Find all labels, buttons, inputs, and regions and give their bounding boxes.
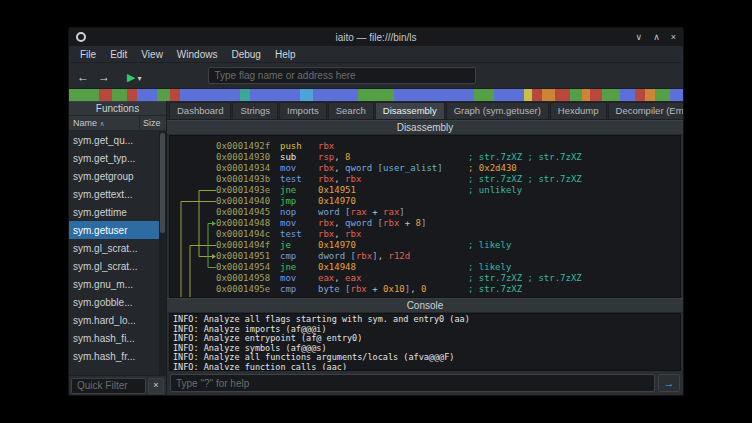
function-row[interactable]: sym.getuser <box>69 221 166 239</box>
disassembly-line[interactable]: 0x00014958moveax, eax; str.7zXZ ; str.7z… <box>216 273 680 284</box>
function-row[interactable]: sym.gobble... <box>69 293 166 311</box>
memory-segment[interactable] <box>524 89 532 101</box>
memory-segment[interactable] <box>358 89 393 101</box>
function-row[interactable]: sym.hash_fr... <box>69 347 166 365</box>
memory-segment[interactable] <box>582 89 590 101</box>
memory-segment[interactable] <box>542 89 555 101</box>
forward-button[interactable]: → <box>98 67 110 85</box>
functions-scrollbar[interactable] <box>159 131 166 375</box>
function-row[interactable]: sym.hash_fi... <box>69 329 166 347</box>
disassembly-view[interactable]: 0x0001492fpushrbx0x00014930subrsp, 8; st… <box>169 135 681 298</box>
column-header-size[interactable]: Size <box>140 116 166 130</box>
quick-filter-clear-button[interactable]: × <box>148 378 164 394</box>
tab-graph[interactable]: Graph (sym.getuser) <box>446 102 549 119</box>
memory-segment[interactable] <box>300 89 313 101</box>
tab-hexdump[interactable]: Hexdump <box>550 102 607 119</box>
address-input[interactable] <box>208 67 476 84</box>
tab-imports[interactable]: Imports <box>279 102 327 119</box>
memory-segment[interactable] <box>137 89 157 101</box>
close-icon: × <box>153 380 158 390</box>
function-row[interactable]: sym.gl_scrat... <box>69 257 166 275</box>
function-row[interactable]: sym.gnu_m... <box>69 275 166 293</box>
disassembly-line[interactable]: 0x00014948movrbx, qword [rbx + 8] <box>216 218 680 229</box>
disassembly-line[interactable]: 0x00014934movrbx, qword [user_alist]; 0x… <box>216 163 680 174</box>
memory-segment[interactable] <box>127 89 137 101</box>
disassembly-line[interactable]: 0x00014951cmpdword [rbx], r12d <box>216 251 680 262</box>
column-header-name[interactable]: Name ∧ <box>69 116 140 130</box>
function-row[interactable]: sym.gettime <box>69 203 166 221</box>
disassembly-line[interactable]: 0x0001493ejne0x14951; unlikely <box>216 185 680 196</box>
titlebar[interactable]: iaito — file:///bin/ls ∨ ∧ × <box>69 28 683 46</box>
menu-item-help[interactable]: Help <box>268 47 303 62</box>
memory-segment[interactable] <box>170 89 180 101</box>
memory-segment[interactable] <box>570 89 583 101</box>
memory-segment[interactable] <box>394 89 475 101</box>
disassembly-line[interactable]: 0x00014940jmp0x14970 <box>216 196 680 207</box>
disassembly-line[interactable]: 0x00014954jne0x14948; likely <box>216 262 680 273</box>
memory-segment[interactable] <box>635 89 645 101</box>
memory-segment[interactable] <box>69 89 99 101</box>
disassembly-line[interactable]: 0x00014930subrsp, 8; str.7zXZ ; str.7zXZ <box>216 152 680 163</box>
continue-button[interactable]: ▶ <box>127 67 135 85</box>
memory-segment[interactable] <box>313 89 358 101</box>
memory-segment[interactable] <box>670 89 683 101</box>
menu-item-debug[interactable]: Debug <box>224 47 267 62</box>
instruction-address: 0x00014954 <box>216 262 280 273</box>
disassembly-line[interactable]: 0x0001494fje0x14970; likely <box>216 240 680 251</box>
instruction-mnemonic: jne <box>280 262 318 273</box>
function-row[interactable]: sym.hard_lo... <box>69 311 166 329</box>
tab-decompiler[interactable]: Decompiler (Empty) <box>608 102 683 119</box>
memory-map-strip[interactable] <box>69 89 683 101</box>
console-input[interactable] <box>170 374 655 392</box>
function-row[interactable]: sym.get_qu... <box>69 131 166 149</box>
memory-segment[interactable] <box>157 89 170 101</box>
memory-segment[interactable] <box>555 89 570 101</box>
disassembly-line[interactable]: 0x0001493btestrbx, rbx; str.7zXZ ; str.7… <box>216 174 680 185</box>
tab-strings[interactable]: Strings <box>232 102 278 119</box>
content-area: Functions Name ∧ Size sym.get_qu...sym.g… <box>69 101 683 395</box>
console-output[interactable]: INFO: Analyze all flags starting with sy… <box>169 313 681 371</box>
close-button[interactable]: × <box>671 32 676 42</box>
menu-item-file[interactable]: File <box>73 47 103 62</box>
menu-item-edit[interactable]: Edit <box>103 47 134 62</box>
instruction-mnemonic: test <box>280 174 318 185</box>
quick-filter-input[interactable] <box>71 378 146 394</box>
instruction-mnemonic: nop <box>280 207 318 218</box>
maximize-button[interactable]: ∧ <box>653 32 660 42</box>
memory-segment[interactable] <box>532 89 542 101</box>
memory-segment[interactable] <box>99 89 112 101</box>
function-name: sym.hash_fi... <box>73 333 135 344</box>
memory-segment[interactable] <box>112 89 127 101</box>
memory-segment[interactable] <box>655 89 670 101</box>
memory-segment[interactable] <box>240 89 250 101</box>
minimize-button[interactable]: ∨ <box>636 32 643 42</box>
tab-dashboard[interactable]: Dashboard <box>169 102 231 119</box>
tab-disassembly[interactable]: Disassembly <box>375 102 445 119</box>
disassembly-line[interactable]: 0x00014945nopword [rax + rax] <box>216 207 680 218</box>
disassembly-line[interactable]: 0x0001495ecmpbyte [rbx + 0x10], 0; str.7… <box>216 284 680 295</box>
memory-segment[interactable] <box>494 89 524 101</box>
memory-segment[interactable] <box>645 89 655 101</box>
instruction-mnemonic: test <box>280 229 318 240</box>
function-row[interactable]: sym.gl_scrat... <box>69 239 166 257</box>
instruction-address: 0x00014940 <box>216 196 280 207</box>
memory-segment[interactable] <box>602 89 620 101</box>
tab-search[interactable]: Search <box>328 102 374 119</box>
memory-segment[interactable] <box>250 89 300 101</box>
memory-segment[interactable] <box>620 89 635 101</box>
memory-segment[interactable] <box>180 89 240 101</box>
disassembly-line[interactable]: 0x0001494ctestrbx, rbx <box>216 229 680 240</box>
function-row[interactable]: sym.getgroup <box>69 167 166 185</box>
memory-segment[interactable] <box>590 89 603 101</box>
menu-item-windows[interactable]: Windows <box>170 47 225 62</box>
function-row[interactable]: sym.gettext... <box>69 185 166 203</box>
run-options-dropdown[interactable]: ▾ <box>137 67 141 85</box>
back-button[interactable]: ← <box>77 67 89 85</box>
menu-item-view[interactable]: View <box>134 47 170 62</box>
memory-segment[interactable] <box>474 89 494 101</box>
scrollbar-handle[interactable] <box>160 133 165 233</box>
console-send-button[interactable]: → <box>658 374 680 392</box>
instruction-mnemonic: jne <box>280 185 318 196</box>
function-row[interactable]: sym.get_typ... <box>69 149 166 167</box>
disassembly-line[interactable]: 0x0001492fpushrbx <box>216 141 680 152</box>
